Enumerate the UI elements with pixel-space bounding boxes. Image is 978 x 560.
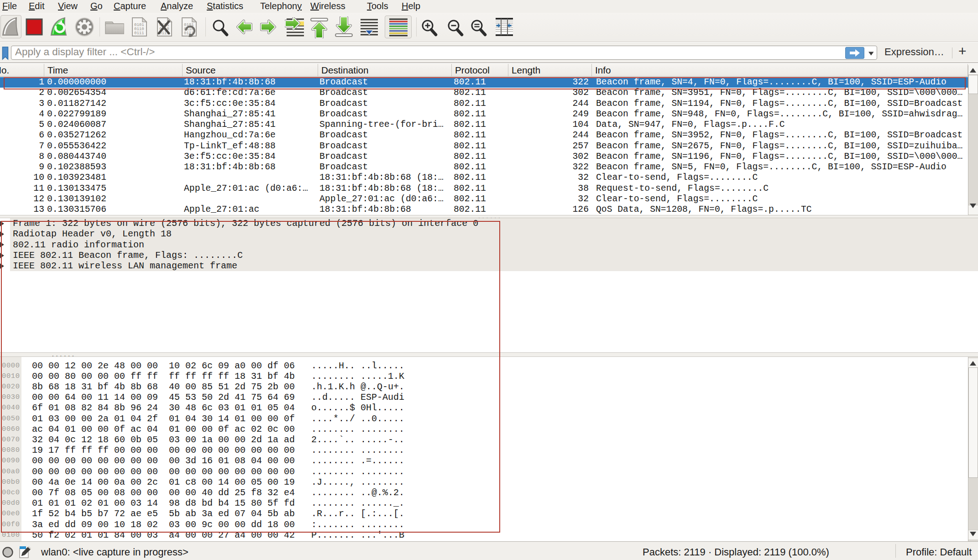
- svg-text:0111: 0111: [134, 31, 144, 36]
